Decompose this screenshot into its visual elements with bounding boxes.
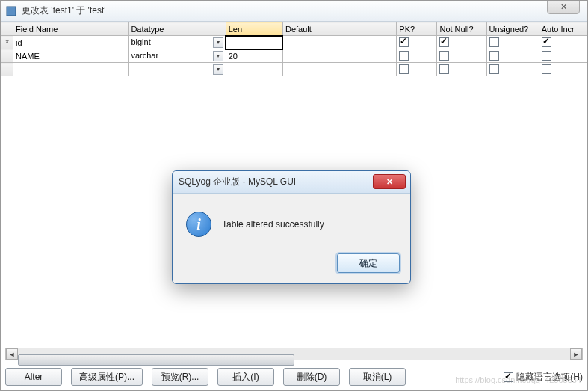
unsigned-checkbox[interactable] <box>489 64 499 74</box>
info-icon: i <box>186 212 211 237</box>
header-not-null[interactable]: Not Null? <box>437 22 486 36</box>
datatype-dropdown-icon[interactable]: ▾ <box>213 51 223 61</box>
cell-unsigned[interactable] <box>486 63 539 76</box>
dialog-close-button[interactable]: ✕ <box>373 174 406 189</box>
advanced-button[interactable]: 高级属性(P)... <box>71 368 143 386</box>
cell-auto-inc[interactable] <box>539 63 587 76</box>
insert-button[interactable]: 插入(I) <box>217 368 274 386</box>
header-len[interactable]: Len <box>226 22 282 36</box>
not-null-checkbox[interactable] <box>439 64 449 74</box>
window-close-button[interactable]: ✕ <box>547 0 580 14</box>
table-row[interactable]: ▾ <box>1 63 587 76</box>
dialog-footer: 确定 <box>173 246 410 283</box>
message-dialog: SQLyog 企业版 - MySQL GUI ✕ i Table altered… <box>172 170 411 284</box>
cell-default[interactable] <box>282 63 396 76</box>
cell-not-null[interactable] <box>437 36 486 49</box>
cell-datatype[interactable]: ▾ <box>129 63 226 76</box>
cell-pk[interactable] <box>397 49 437 63</box>
cell-unsigned[interactable] <box>486 49 539 63</box>
auto-inc-checkbox[interactable] <box>542 64 551 74</box>
dialog-title: SQLyog 企业版 - MySQL GUI <box>179 176 296 188</box>
cell-default[interactable] <box>282 49 396 63</box>
hide-lang-label: 隐藏语言选项(H) <box>516 371 583 384</box>
cell-pk[interactable] <box>397 36 437 49</box>
cell-field-name[interactable] <box>13 63 129 76</box>
datatype-dropdown-icon[interactable]: ▾ <box>213 37 223 48</box>
header-default[interactable]: Default <box>282 22 396 36</box>
cell-datatype[interactable]: varchar▾ <box>129 49 226 63</box>
window-title-bar: 更改表 'test1' 于 'test' ✕ <box>1 1 587 22</box>
cell-auto-inc[interactable] <box>539 49 587 63</box>
delete-button[interactable]: 删除(D) <box>283 368 340 386</box>
cancel-button[interactable]: 取消(L) <box>349 368 406 386</box>
alter-button[interactable]: Alter <box>5 368 62 386</box>
app-icon <box>5 5 17 17</box>
header-auto-inc[interactable]: Auto Incr <box>539 22 587 36</box>
svg-rect-0 <box>7 7 16 16</box>
cell-datatype[interactable]: bigint▾ <box>129 36 226 49</box>
window-title: 更改表 'test1' 于 'test' <box>22 4 106 17</box>
header-field-name[interactable]: Field Name <box>13 22 129 36</box>
header-pk[interactable]: PK? <box>397 22 437 36</box>
row-marker[interactable] <box>1 49 13 63</box>
pk-checkbox[interactable] <box>399 37 409 47</box>
cell-len[interactable]: 20 <box>226 49 282 63</box>
auto-inc-checkbox[interactable] <box>542 51 551 61</box>
unsigned-checkbox[interactable] <box>489 51 499 61</box>
header-unsigned[interactable]: Unsigned? <box>486 22 539 36</box>
pk-checkbox[interactable] <box>399 51 409 61</box>
pk-checkbox[interactable] <box>399 64 409 74</box>
cell-len[interactable] <box>226 63 282 76</box>
cell-auto-inc[interactable] <box>539 36 587 49</box>
unsigned-checkbox[interactable] <box>489 37 499 47</box>
dialog-ok-button[interactable]: 确定 <box>337 253 400 273</box>
datatype-dropdown-icon[interactable]: ▾ <box>213 64 223 75</box>
dialog-title-bar: SQLyog 企业版 - MySQL GUI ✕ <box>173 171 410 194</box>
table-row[interactable]: NAMEvarchar▾20 <box>1 49 587 63</box>
cell-unsigned[interactable] <box>486 36 539 49</box>
horizontal-scrollbar[interactable]: ◄ ► <box>5 348 583 360</box>
dialog-body: i Table altered successfully <box>173 194 410 246</box>
cell-pk[interactable] <box>397 63 437 76</box>
cell-field-name[interactable]: NAME <box>13 49 129 63</box>
scroll-thumb[interactable] <box>18 354 294 366</box>
cell-field-name[interactable]: id <box>13 36 129 49</box>
cell-default[interactable] <box>282 36 396 49</box>
hide-lang-checkbox[interactable] <box>504 372 513 382</box>
header-rowmarker <box>1 22 13 36</box>
bottom-toolbar: Alter 高级属性(P)... 预览(R)... 插入(I) 删除(D) 取消… <box>5 368 583 386</box>
scroll-right-arrow[interactable]: ► <box>570 348 582 360</box>
row-marker[interactable]: * <box>1 36 13 49</box>
hide-lang-option[interactable]: 隐藏语言选项(H) <box>504 371 583 384</box>
row-marker[interactable] <box>1 63 13 76</box>
preview-button[interactable]: 预览(R)... <box>152 368 208 386</box>
fields-table[interactable]: Field Name Datatype Len Default PK? Not … <box>1 22 587 76</box>
dialog-message: Table altered successfully <box>222 219 324 230</box>
scroll-left-arrow[interactable]: ◄ <box>6 348 18 360</box>
auto-inc-checkbox[interactable] <box>542 37 551 47</box>
not-null-checkbox[interactable] <box>439 51 449 61</box>
header-datatype[interactable]: Datatype <box>129 22 226 36</box>
table-header-row: Field Name Datatype Len Default PK? Not … <box>1 22 587 36</box>
cell-not-null[interactable] <box>437 49 486 63</box>
cell-not-null[interactable] <box>437 63 486 76</box>
cell-len[interactable] <box>226 36 282 49</box>
table-row[interactable]: *idbigint▾ <box>1 36 587 49</box>
not-null-checkbox[interactable] <box>439 37 449 47</box>
